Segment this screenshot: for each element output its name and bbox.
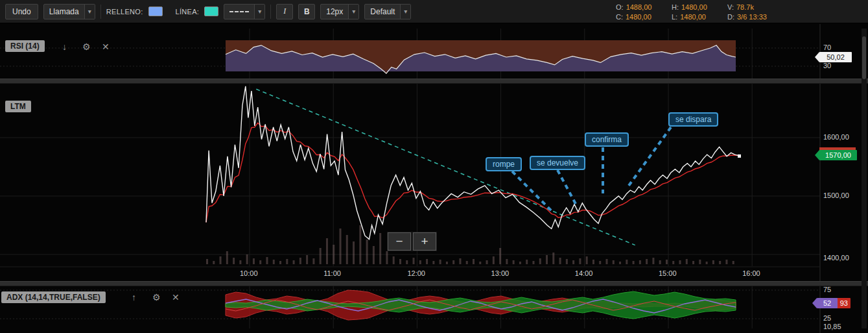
volume-bar: [320, 248, 322, 264]
volume-bar: [440, 260, 441, 264]
quote-panel: O:1488,00 H:1480,00 V:78.7k C:1480,00 L:…: [616, 2, 800, 21]
volume-bar: [506, 259, 508, 264]
volume-bar: [532, 261, 534, 264]
zoom-in-button[interactable]: +: [413, 232, 436, 251]
volume-bar: [579, 258, 581, 264]
callout-leader: [557, 170, 576, 204]
volume-bar: [719, 261, 721, 264]
italic-button[interactable]: I: [276, 4, 293, 19]
undo-button[interactable]: Undo: [5, 4, 38, 19]
volume-bar: [346, 235, 348, 264]
high-label: H:: [672, 3, 679, 11]
gear-icon[interactable]: ⚙: [152, 292, 161, 302]
volume-bar: [686, 259, 688, 264]
chevron-down-icon: ▾: [400, 5, 410, 19]
volume-bar: [386, 251, 388, 264]
axis-label: 1400,00: [823, 254, 849, 262]
close-icon[interactable]: ✕: [102, 42, 110, 52]
vertical-scrollbar: [862, 29, 867, 328]
volume-bar: [393, 256, 395, 264]
volume-bar: [279, 261, 281, 264]
volume-bar: [239, 260, 241, 264]
volume-bar: [473, 259, 475, 264]
volume-bar: [613, 260, 615, 264]
callout-se-devuelve[interactable]: se devuelve: [530, 156, 585, 170]
template-select[interactable]: Default ▾: [364, 4, 411, 19]
volume-bar: [706, 262, 708, 264]
scrollbar-thumb[interactable]: [862, 36, 866, 79]
volume-bar: [572, 260, 574, 264]
volume-bar: [513, 260, 515, 264]
time-label: 12:00: [407, 269, 425, 277]
volume-bar: [592, 260, 594, 264]
time-label: 10:00: [240, 269, 258, 277]
zoom-out-button[interactable]: −: [388, 232, 411, 251]
volume-bar: [366, 240, 368, 264]
volume-bar: [326, 238, 328, 264]
last-price-marker: [738, 154, 741, 158]
time-label: 11:00: [323, 269, 341, 277]
callout-rompe[interactable]: rompe: [486, 157, 522, 171]
volume-bar: [312, 258, 314, 264]
tool-select[interactable]: Llamada ▾: [43, 4, 95, 19]
volume-bar: [606, 259, 608, 264]
volume-bar: [446, 262, 448, 264]
collapse-up-icon[interactable]: ↑: [132, 292, 136, 302]
volume-bar: [633, 261, 635, 264]
callout-confirma[interactable]: confirma: [585, 132, 629, 147]
low-label: L:: [672, 13, 677, 21]
volume-bar: [493, 256, 495, 264]
open-label: O:: [616, 3, 624, 11]
fill-color-swatch[interactable]: [148, 6, 163, 16]
gear-icon[interactable]: ⚙: [82, 42, 91, 52]
rsi-value-badge: 50,02: [819, 52, 852, 62]
pane-splitter[interactable]: [0, 79, 868, 84]
callout-se-dispara[interactable]: se dispara: [668, 112, 718, 127]
collapse-down-icon[interactable]: ↓: [62, 42, 67, 52]
volume-bar: [692, 261, 694, 264]
close-icon[interactable]: ✕: [172, 292, 180, 302]
volume-bar: [306, 255, 308, 264]
volume-bar: [599, 261, 601, 264]
volume-bar: [486, 260, 488, 264]
volume-bar: [659, 260, 661, 264]
rsi-pane-label: RSI (14): [5, 40, 45, 52]
volume-bar: [299, 258, 301, 264]
font-size-select[interactable]: 12px ▾: [320, 4, 359, 19]
dash-style-icon: [224, 5, 254, 19]
volume-bar: [466, 261, 468, 264]
volume-bar: [639, 260, 641, 264]
close-label: C:: [616, 13, 623, 21]
volume-bar: [666, 260, 668, 264]
pane-splitter[interactable]: [0, 281, 868, 286]
volume-bar: [426, 259, 428, 264]
volume-bar: [432, 261, 434, 264]
zoom-control: − +: [387, 232, 437, 251]
volume-bar: [286, 259, 288, 264]
volume-bar: [259, 260, 261, 264]
line-color-swatch[interactable]: [204, 6, 218, 16]
volume-bar: [459, 258, 461, 264]
volume-bar: [359, 225, 361, 264]
bold-button[interactable]: B: [298, 4, 315, 19]
volume-bar: [206, 259, 208, 264]
tool-select-value: Llamada: [44, 5, 84, 19]
axis-label: 25: [823, 314, 831, 322]
volume-bar: [552, 253, 554, 264]
volume-bar: [379, 233, 381, 264]
volume-bar: [406, 260, 408, 264]
volume-bar: [373, 246, 375, 264]
volume-bar: [546, 255, 548, 264]
volume-bar: [539, 258, 541, 264]
axis-label: 30: [823, 62, 831, 69]
chevron-down-icon: ▾: [84, 5, 95, 19]
volume-bar: [233, 258, 235, 264]
toolbar-separator: [100, 5, 101, 19]
last-price-badge: 1570,00: [819, 150, 857, 160]
volume-bar: [586, 256, 588, 264]
date-label: D:: [727, 13, 734, 21]
line-style-select[interactable]: ▾: [224, 4, 265, 19]
volume-bar: [253, 258, 255, 264]
axis-label: 75: [823, 286, 831, 293]
chevron-down-icon: ▾: [348, 5, 358, 19]
